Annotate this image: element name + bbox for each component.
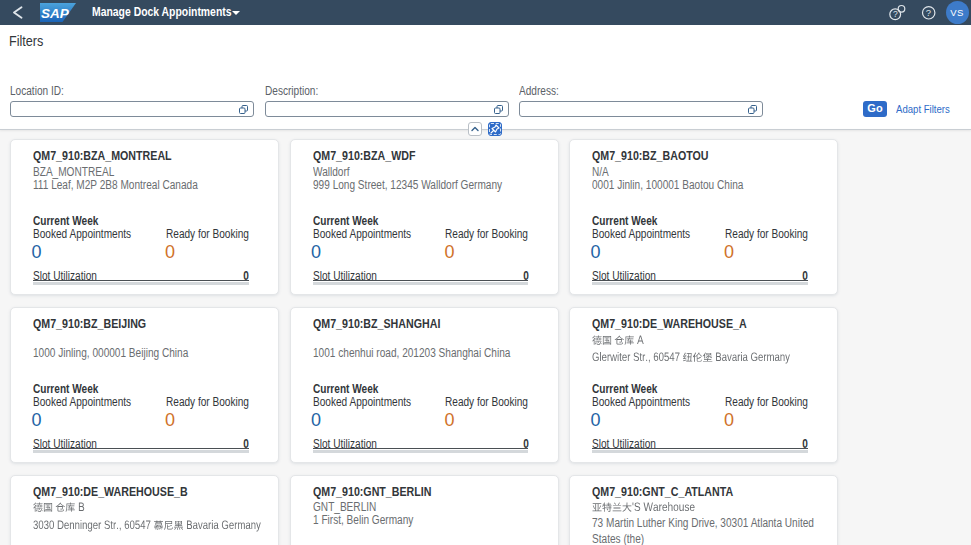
svg-text:SAP: SAP <box>41 5 70 20</box>
